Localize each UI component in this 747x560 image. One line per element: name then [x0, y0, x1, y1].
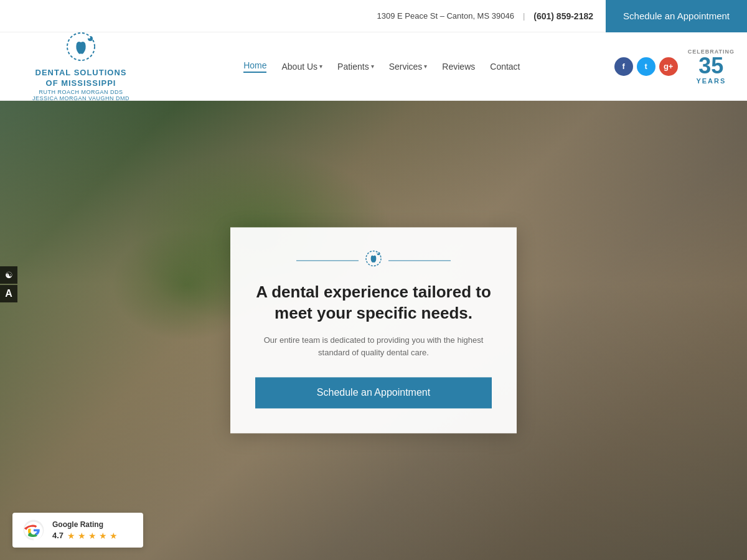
hero-card: A dental experience tailored to meet you… — [230, 227, 517, 433]
font-size-button[interactable]: A — [0, 285, 17, 302]
nav-item-contact[interactable]: Contact — [490, 62, 520, 72]
googleplus-button[interactable]: g+ — [659, 57, 678, 76]
nav-item-home[interactable]: Home — [243, 60, 266, 73]
hero-schedule-button[interactable]: Schedule an Appointment — [255, 378, 492, 409]
star-half: ★ — [110, 531, 118, 541]
tooth-icon — [365, 250, 382, 271]
logo-sub: RUTH ROACH MORGAN DDS JESSICA MORGAN VAU… — [32, 89, 129, 101]
svg-point-5 — [377, 252, 378, 253]
svg-point-2 — [88, 36, 90, 39]
hero-body: Our entire team is dedicated to providin… — [255, 334, 492, 360]
google-rating-text: Google Rating 4.7 ★ ★ ★ ★ ★ — [52, 520, 118, 541]
hero-section: ☯ A A dental experience tailored to meet… — [0, 101, 747, 560]
google-rating-label: Google Rating — [52, 520, 118, 529]
top-bar-schedule-button[interactable]: Schedule an Appointment — [606, 0, 747, 32]
header: DENTAL SOLUTIONS OF MISSISSIPPI RUTH ROA… — [0, 32, 747, 101]
star-3: ★ — [88, 531, 96, 541]
nav-item-reviews[interactable]: Reviews — [442, 62, 475, 72]
separator: | — [523, 11, 525, 21]
logo-icon — [65, 31, 96, 68]
logo-area: DENTAL SOLUTIONS OF MISSISSIPPI RUTH ROA… — [12, 31, 149, 102]
star-2: ★ — [78, 531, 86, 541]
nav-item-services[interactable]: Services ▾ — [389, 62, 428, 72]
celebrating-badge: CELEBRATING 35 YEARS — [688, 49, 735, 85]
chevron-down-icon: ▾ — [319, 63, 322, 70]
hero-card-divider — [255, 250, 492, 271]
social-links: f t g+ — [614, 57, 678, 76]
twitter-button[interactable]: t — [637, 57, 655, 76]
top-bar-info: 1309 E Peace St – Canton, MS 39046 | (60… — [377, 11, 593, 21]
top-bar: 1309 E Peace St – Canton, MS 39046 | (60… — [0, 0, 747, 32]
nav-item-patients[interactable]: Patients ▾ — [337, 62, 374, 72]
facebook-button[interactable]: f — [614, 57, 633, 76]
phone-number: (601) 859-2182 — [533, 11, 593, 21]
divider-line-right — [388, 260, 451, 261]
main-nav: Home About Us ▾ Patients ▾ Services ▾ Re… — [149, 60, 614, 73]
chevron-down-icon: ▾ — [371, 63, 374, 70]
divider-line-left — [296, 260, 359, 261]
address: 1309 E Peace St – Canton, MS 39046 — [377, 11, 514, 21]
accessibility-buttons: ☯ A — [0, 266, 17, 302]
chevron-down-icon: ▾ — [424, 63, 427, 70]
google-rating-badge: Google Rating 4.7 ★ ★ ★ ★ ★ — [12, 513, 143, 548]
google-rating-stars: 4.7 ★ ★ ★ ★ ★ — [52, 531, 118, 541]
logo-name: DENTAL SOLUTIONS OF MISSISSIPPI — [35, 68, 127, 89]
star-4: ★ — [99, 531, 107, 541]
hero-headline: A dental experience tailored to meet you… — [255, 282, 492, 324]
rating-score: 4.7 — [52, 531, 63, 540]
google-logo-icon — [22, 519, 45, 541]
star-1: ★ — [67, 531, 75, 541]
nav-item-about[interactable]: About Us ▾ — [281, 62, 322, 72]
contrast-toggle-button[interactable]: ☯ — [0, 266, 17, 284]
